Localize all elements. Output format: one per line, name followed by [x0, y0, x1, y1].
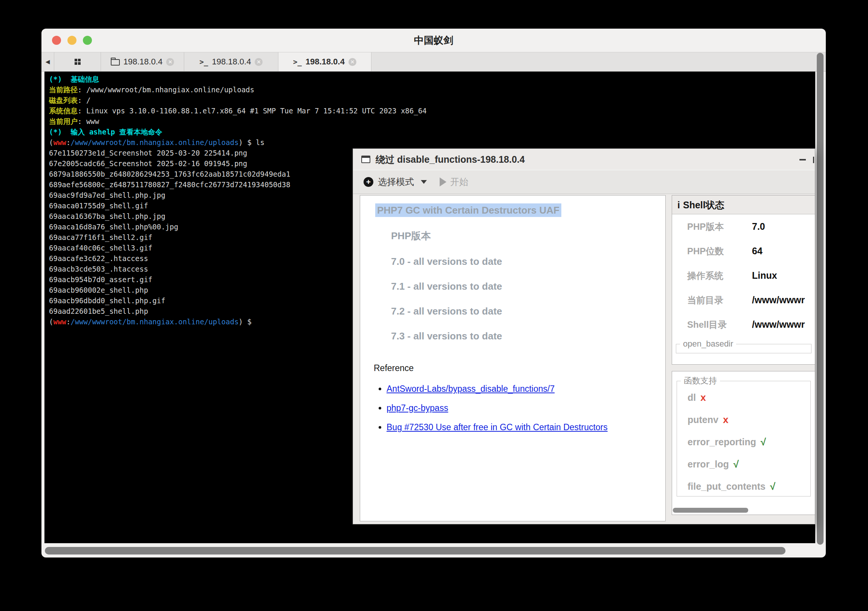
dialog-minimize-button[interactable] [800, 159, 806, 160]
function-mark-3: √ [733, 458, 739, 470]
plus-circle-icon: + [364, 177, 374, 187]
list-item: AntSword-Labs/bypass_disable_functions/7 [386, 384, 665, 394]
status-row-php-version: PHP版本 7.0 [672, 214, 815, 239]
horizontal-scrollbar[interactable] [45, 547, 815, 555]
tab-file-manager[interactable]: 198.18.0.4 ✕ [101, 52, 184, 71]
function-mark-4: √ [770, 481, 775, 492]
open-basedir-legend: open_basedir [680, 339, 736, 349]
function-mark-1: x [723, 414, 728, 426]
shell-status-box: iShell状态 PHP版本 7.0 PHP位数 64 操作系统 Linux 当… [672, 195, 815, 364]
dialog-body: PHP7 GC with Certain Destructors UAF PHP… [353, 195, 815, 524]
terminal-line: (www:/www/wwwroot/bm.nhangiax.online/upl… [49, 137, 815, 148]
window-glyph-icon [361, 155, 370, 163]
exploit-detail-php-version[interactable]: PHP版本 [391, 230, 665, 243]
vertical-scrollbar-thumb[interactable] [817, 53, 823, 545]
dialog-toolbar: + 选择模式 开始 [353, 170, 815, 194]
function-mark-2: √ [761, 436, 766, 448]
close-icon[interactable]: ✕ [166, 58, 174, 66]
tab-label: 198.18.0.4 [212, 57, 251, 67]
open-basedir-fieldset: open_basedir [676, 339, 812, 354]
tab-label: 198.18.0.4 [124, 57, 163, 67]
reference-link-php7-gc-bypass[interactable]: php7-gc-bypass [386, 403, 448, 413]
folder-icon [111, 59, 120, 65]
status-row-php-bits: PHP位数 64 [672, 239, 815, 263]
dialog-titlebar: 绕过 disable_functions-198.18.0.4 [353, 149, 815, 170]
terminal-line: 当前用户: www [49, 116, 815, 127]
grid-icon [74, 59, 81, 65]
tab-terminal-2-active[interactable]: >_ 198.18.0.4 ✕ [278, 52, 372, 71]
exploit-list-panel: PHP7 GC with Certain Destructors UAF PHP… [360, 195, 666, 521]
function-support-box: 函数支持 dl x putenv x error_reporting √ er [672, 371, 815, 515]
exploit-detail-72[interactable]: 7.2 - all versions to date [391, 306, 665, 317]
dialog-maximize-button[interactable] [813, 157, 814, 163]
tab-bar: ◀ 198.18.0.4 ✕ >_ 198.18.0.4 ✕ >_ 198.18… [42, 52, 826, 71]
start-button[interactable]: 开始 [450, 176, 468, 188]
tab-terminal-1[interactable]: >_ 198.18.0.4 ✕ [184, 52, 278, 71]
exploit-detail-70[interactable]: 7.0 - all versions to date [391, 256, 665, 267]
terminal-line: 磁盘列表: / [49, 95, 815, 105]
terminal-line: (*) 基础信息 [49, 74, 815, 84]
tabs-overview-button[interactable] [54, 52, 101, 71]
chevron-down-icon[interactable] [421, 180, 427, 184]
function-row-file-put-contents: file_put_contents √ [677, 475, 811, 498]
reference-link-bug-72530[interactable]: Bug #72530 Use after free in GC with Cer… [386, 422, 608, 432]
vertical-scrollbar[interactable] [817, 53, 823, 545]
dialog-title: 绕过 disable_functions-198.18.0.4 [376, 149, 525, 170]
reference-heading: Reference [374, 363, 665, 373]
function-row-error-reporting: error_reporting √ [677, 431, 811, 453]
status-row-shell-dir: Shell目录 /www/wwwr [672, 312, 815, 337]
horizontal-scrollbar-thumb[interactable] [45, 547, 786, 555]
status-row-current-dir: 当前目录 /www/wwwr [672, 288, 815, 312]
shell-status-panel: iShell状态 PHP版本 7.0 PHP位数 64 操作系统 Linux 当… [672, 195, 815, 521]
reference-link-antsword-labs[interactable]: AntSword-Labs/bypass_disable_functions/7 [386, 384, 555, 394]
panel-horizontal-scrollbar-thumb[interactable] [673, 508, 748, 513]
play-icon [440, 177, 446, 186]
window-title: 中国蚁剑 [42, 29, 826, 52]
list-item: Bug #72530 Use after free in GC with Cer… [386, 422, 665, 433]
list-item: php7-gc-bypass [386, 403, 665, 413]
close-icon[interactable]: ✕ [255, 58, 263, 66]
function-row-putenv: putenv x [677, 409, 811, 431]
close-icon[interactable]: ✕ [349, 58, 356, 66]
function-row-error-log: error_log √ [677, 453, 811, 475]
terminal-line: 系统信息: Linux vps 3.10.0-1160.88.1.el7.x86… [49, 105, 815, 116]
function-row-dl: dl x [677, 386, 811, 409]
select-mode-button[interactable]: 选择模式 [378, 176, 414, 188]
bypass-disable-functions-dialog: 绕过 disable_functions-198.18.0.4 + 选择模式 开… [353, 149, 815, 524]
exploit-detail-71[interactable]: 7.1 - all versions to date [391, 281, 665, 292]
tab-label: 198.18.0.4 [305, 57, 345, 67]
function-support-legend: 函数支持 [681, 375, 720, 386]
window-titlebar: 中国蚁剑 [42, 29, 826, 52]
exploit-item-selected[interactable]: PHP7 GC with Certain Destructors UAF [375, 205, 665, 216]
shell-status-header: iShell状态 [672, 195, 815, 214]
function-support-fieldset: 函数支持 dl x putenv x error_reporting √ er [677, 375, 811, 496]
exploit-detail-73[interactable]: 7.3 - all versions to date [391, 330, 665, 342]
function-mark-0: x [701, 392, 705, 403]
terminal-line: 当前路径: /www/wwwroot/bm.nhangiax.online/up… [49, 84, 815, 95]
info-icon: i [677, 200, 680, 210]
terminal-icon: >_ [293, 57, 302, 66]
status-row-os: 操作系统 Linux [672, 263, 815, 288]
scroll-tabs-left-button[interactable]: ◀ [42, 52, 54, 71]
terminal-line: (*) 输入 ashelp 查看本地命令 [49, 127, 815, 137]
terminal-icon: >_ [200, 57, 208, 66]
